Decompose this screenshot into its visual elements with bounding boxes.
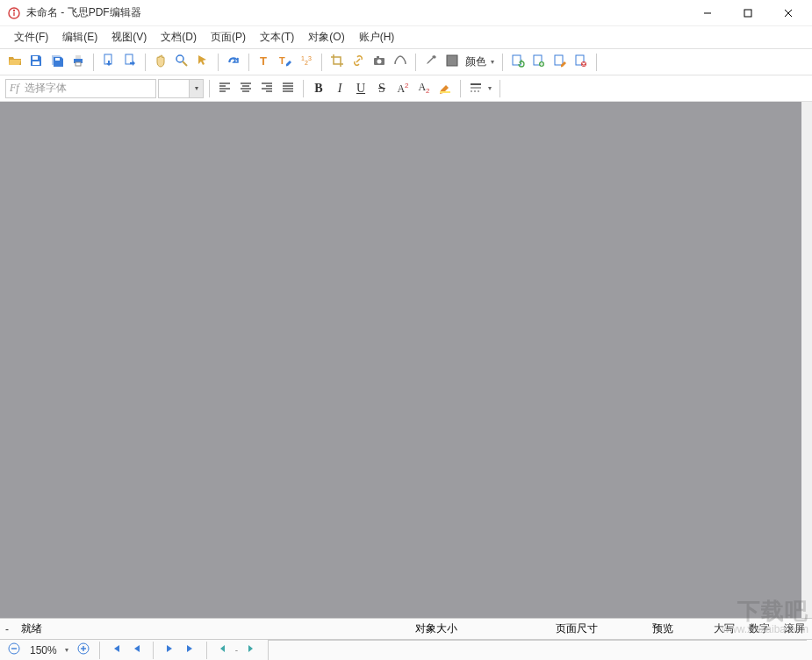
menu-view[interactable]: 视图(V) bbox=[104, 26, 154, 48]
close-button[interactable] bbox=[768, 0, 808, 26]
align-left-button[interactable] bbox=[215, 79, 234, 98]
navigation-bar: 150% ▾ - bbox=[0, 639, 812, 660]
line-style-icon bbox=[469, 80, 483, 97]
align-center-button[interactable] bbox=[236, 79, 255, 98]
status-object-size: 对象大小 bbox=[408, 621, 549, 636]
font-size-select[interactable]: ▾ bbox=[158, 79, 204, 98]
page-edit-icon bbox=[553, 54, 567, 70]
zoom-in-button[interactable] bbox=[75, 642, 92, 659]
menu-edit[interactable]: 编辑(E) bbox=[55, 26, 104, 48]
eyedropper-button[interactable] bbox=[421, 53, 441, 72]
next-page-button[interactable] bbox=[161, 642, 178, 659]
zoom-out-button[interactable] bbox=[5, 642, 23, 659]
save-button[interactable] bbox=[26, 53, 46, 72]
page-delete-button[interactable] bbox=[571, 53, 591, 72]
line-style-button[interactable] bbox=[466, 79, 485, 98]
redo-button[interactable] bbox=[224, 53, 243, 72]
nav-forward-icon bbox=[244, 642, 256, 657]
bold-icon: B bbox=[314, 82, 322, 96]
font-family-select[interactable]: Ff 选择字体 bbox=[5, 79, 156, 98]
page-tool-1-button[interactable] bbox=[508, 53, 528, 72]
save-icon bbox=[29, 54, 43, 70]
svg-point-15 bbox=[176, 55, 183, 62]
align-justify-button[interactable] bbox=[278, 79, 298, 98]
page-add-icon bbox=[532, 54, 546, 70]
eyedropper-icon bbox=[424, 54, 438, 70]
add-text-button[interactable]: T bbox=[255, 53, 274, 72]
first-page-button[interactable] bbox=[107, 642, 125, 659]
open-button[interactable] bbox=[5, 53, 25, 72]
link-button[interactable] bbox=[349, 53, 368, 72]
superscript-button[interactable]: A2 bbox=[393, 79, 413, 98]
separator bbox=[93, 54, 94, 71]
fill-color-button[interactable] bbox=[442, 53, 462, 72]
svg-point-1 bbox=[13, 9, 15, 11]
crop-button[interactable] bbox=[327, 53, 347, 72]
export-page-button[interactable] bbox=[120, 53, 140, 72]
status-handle[interactable]: - bbox=[0, 623, 14, 635]
bold-button[interactable]: B bbox=[309, 79, 328, 98]
color-label: 颜色 bbox=[465, 54, 486, 69]
edit-text-button[interactable]: T bbox=[276, 53, 295, 72]
crop-icon bbox=[330, 54, 344, 70]
last-page-button[interactable] bbox=[182, 642, 199, 659]
nav-forward-button[interactable] bbox=[241, 642, 259, 659]
hand-icon bbox=[154, 54, 168, 70]
svg-rect-29 bbox=[555, 55, 563, 65]
align-right-button[interactable] bbox=[257, 79, 277, 98]
menu-file[interactable]: 文件(F) bbox=[7, 26, 55, 48]
line-spacing-button[interactable]: 123 bbox=[297, 53, 316, 72]
import-page-button[interactable] bbox=[99, 53, 119, 72]
redo-icon bbox=[226, 54, 241, 70]
menu-account[interactable]: 账户(H) bbox=[352, 26, 402, 48]
text-icon: T bbox=[257, 54, 271, 70]
line-style-dropdown[interactable]: ▾ bbox=[487, 84, 494, 92]
zoom-level[interactable]: 150% bbox=[26, 644, 61, 656]
main-toolbar: T T 123 颜色 ▾ bbox=[0, 49, 812, 75]
menu-document[interactable]: 文档(D) bbox=[154, 26, 204, 48]
save-as-button[interactable] bbox=[47, 53, 67, 72]
superscript-icon: A2 bbox=[397, 82, 408, 96]
zoom-dropdown[interactable]: ▾ bbox=[64, 646, 71, 654]
menu-object[interactable]: 对象(O) bbox=[301, 26, 351, 48]
select-tool-button[interactable] bbox=[193, 53, 212, 72]
shape-icon bbox=[393, 54, 407, 70]
align-center-icon bbox=[239, 80, 253, 97]
menu-page[interactable]: 页面(P) bbox=[204, 26, 253, 48]
first-page-icon bbox=[110, 642, 122, 657]
page-edit-button[interactable] bbox=[550, 53, 570, 72]
svg-rect-12 bbox=[75, 62, 81, 66]
shape-button[interactable] bbox=[391, 53, 410, 72]
zoom-tool-button[interactable] bbox=[172, 53, 191, 72]
svg-rect-11 bbox=[75, 55, 81, 59]
minimize-button[interactable] bbox=[687, 0, 728, 26]
subscript-button[interactable]: A2 bbox=[414, 79, 434, 98]
maximize-button[interactable] bbox=[728, 0, 768, 26]
highlight-button[interactable] bbox=[435, 79, 455, 98]
strikethrough-button[interactable]: S bbox=[372, 79, 392, 98]
svg-rect-7 bbox=[32, 56, 38, 60]
print-button[interactable] bbox=[68, 53, 88, 72]
nav-back-button[interactable] bbox=[214, 642, 232, 659]
separator bbox=[321, 54, 322, 71]
prev-page-button[interactable] bbox=[128, 642, 146, 659]
color-dropdown[interactable]: ▾ bbox=[490, 58, 497, 66]
svg-point-23 bbox=[377, 60, 382, 64]
page-add-button[interactable] bbox=[529, 53, 549, 72]
hand-tool-button[interactable] bbox=[151, 53, 170, 72]
font-size-dropdown[interactable]: ▾ bbox=[189, 80, 203, 97]
status-bar: - 就绪 对象大小 页面尺寸 预览 大写 数字 滚屏 bbox=[0, 618, 812, 639]
tab-strip[interactable] bbox=[268, 640, 807, 660]
document-canvas[interactable] bbox=[0, 102, 812, 618]
magnifier-icon bbox=[175, 54, 189, 70]
underline-button[interactable]: U bbox=[351, 79, 370, 98]
separator bbox=[303, 80, 304, 97]
menu-text[interactable]: 文本(T) bbox=[253, 26, 301, 48]
page-export-icon bbox=[123, 54, 137, 70]
page-refresh-icon bbox=[511, 54, 525, 70]
italic-button[interactable]: I bbox=[330, 79, 349, 98]
svg-text:T: T bbox=[279, 55, 285, 66]
snapshot-button[interactable] bbox=[370, 53, 389, 72]
page-import-icon bbox=[102, 54, 116, 70]
svg-text:3: 3 bbox=[308, 55, 312, 61]
